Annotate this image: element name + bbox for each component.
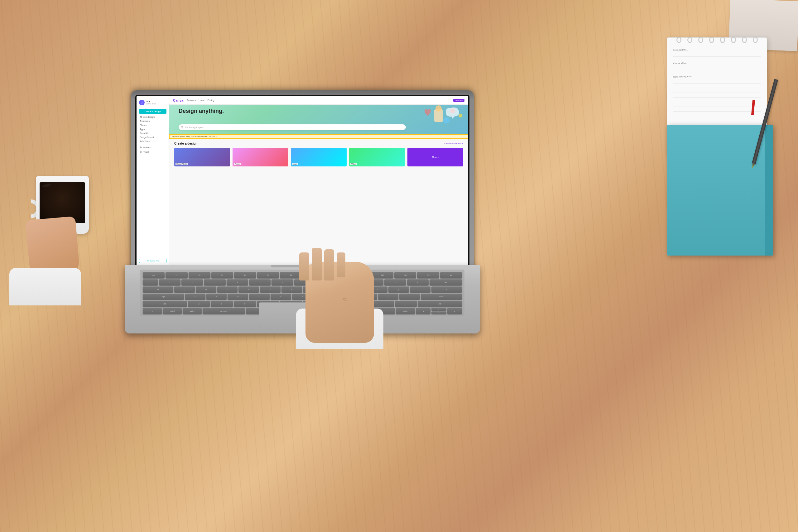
nav-trash[interactable]: Trash	[140, 150, 166, 154]
pro-cta-button[interactable]: Try Canva Pro	[139, 259, 167, 263]
key-f5[interactable]: F5	[257, 272, 279, 278]
line-5	[673, 93, 761, 93]
nav-design-school[interactable]: Design School	[136, 135, 169, 139]
key-option-left[interactable]: option	[183, 308, 202, 314]
user-info: Jira Canva Store	[146, 100, 156, 105]
template-video[interactable]: Video	[349, 148, 405, 167]
canva-hero: Design anything. Try 'Instagram post'	[169, 105, 468, 134]
key-delete[interactable]: del	[430, 279, 462, 285]
nav-team[interactable]: Jio's Team	[136, 139, 169, 144]
notebook-rings	[667, 37, 767, 43]
user-plan: Canva Store	[146, 103, 156, 105]
key-shift-right[interactable]: shift	[418, 301, 462, 307]
key-option-right[interactable]: option	[396, 308, 415, 314]
canva-topnav: Canva Features Learn Pricing Business	[169, 96, 468, 105]
nav-folders[interactable]: Folders	[140, 145, 166, 150]
key-control[interactable]: control	[163, 308, 182, 314]
topnav-learn[interactable]: Learn	[199, 99, 205, 101]
key-g[interactable]: G	[270, 293, 291, 300]
key-t[interactable]: T	[260, 286, 281, 293]
key-f[interactable]: F	[249, 293, 270, 300]
key-rbracket[interactable]: ]	[410, 286, 431, 293]
svg-line-1	[183, 128, 184, 128]
key-f1[interactable]: F1	[166, 272, 187, 278]
key-return[interactable]: return	[421, 293, 462, 300]
nav-brand-kit[interactable]: Brand Kit	[136, 131, 169, 135]
template-poster[interactable]: Poster	[232, 148, 288, 167]
topnav-features[interactable]: Features	[187, 99, 196, 101]
key-command-left[interactable]: command	[203, 308, 245, 314]
key-f3[interactable]: F3	[211, 272, 233, 278]
key-f2[interactable]: F2	[189, 272, 210, 278]
section-title: Create a design	[174, 142, 197, 145]
hand-with-cup	[10, 218, 81, 305]
key-a[interactable]: A	[185, 293, 205, 300]
hero-decorations	[403, 105, 465, 134]
folder-icon	[140, 146, 142, 149]
key-f11[interactable]: F11	[394, 272, 416, 278]
key-esc[interactable]: esc	[143, 272, 165, 278]
create-design-button[interactable]: Create a design	[139, 109, 167, 114]
line-10	[673, 116, 761, 116]
key-2[interactable]: 2	[182, 279, 203, 285]
nav-all-designs[interactable]: All your designs	[136, 115, 169, 119]
key-z[interactable]: Z	[188, 301, 210, 307]
key-backslash[interactable]: \	[432, 286, 462, 293]
svg-point-0	[182, 126, 183, 128]
key-s[interactable]: S	[206, 293, 227, 300]
key-slash[interactable]: /	[395, 301, 417, 307]
key-del[interactable]: del	[440, 272, 462, 278]
ring-3	[698, 37, 703, 43]
key-quote[interactable]: '	[399, 293, 420, 300]
line-9	[673, 111, 761, 112]
key-e[interactable]: E	[217, 286, 238, 293]
key-arrow-left[interactable]: ◄	[416, 308, 431, 314]
custom-dimensions-link[interactable]: Custom dimensions	[444, 142, 463, 145]
topnav-pricing[interactable]: Pricing	[208, 99, 214, 101]
key-tab[interactable]: tab	[143, 286, 174, 293]
key-f12[interactable]: F12	[417, 272, 439, 278]
ring-1	[677, 37, 681, 43]
template-more[interactable]: More ›	[407, 148, 463, 167]
topnav-links: Features Learn Pricing	[187, 99, 214, 101]
line-2	[673, 70, 761, 70]
key-equals[interactable]: =	[407, 279, 429, 285]
key-q[interactable]: Q	[174, 286, 195, 293]
nav-templates[interactable]: Templates	[136, 119, 169, 123]
line-7	[673, 102, 761, 102]
key-1[interactable]: 1	[159, 279, 180, 285]
line-8	[673, 107, 761, 107]
hero-search-bar[interactable]: Try 'Instagram post'	[178, 125, 406, 130]
nav-photos[interactable]: Photos	[136, 123, 169, 127]
topnav-business-button[interactable]: Business	[453, 99, 464, 102]
key-r[interactable]: R	[239, 286, 259, 293]
key-3[interactable]: 3	[204, 279, 225, 285]
key-4[interactable]: 4	[227, 279, 248, 285]
user-avatar: J	[139, 100, 145, 105]
template-logo[interactable]: Logo	[291, 148, 347, 167]
key-5[interactable]: 5	[249, 279, 270, 285]
key-w[interactable]: W	[196, 286, 216, 293]
trash-icon	[140, 151, 142, 153]
key-caps[interactable]: caps	[143, 293, 184, 300]
key-d[interactable]: D	[228, 293, 248, 300]
key-c[interactable]: C	[234, 301, 256, 307]
canva-sidebar: J Jira Canva Store Create a design All y…	[136, 96, 169, 267]
trash-label: Trash	[144, 151, 149, 153]
key-6[interactable]: 6	[271, 279, 293, 285]
key-arrow-right[interactable]: ►	[447, 308, 462, 314]
key-arrow-down[interactable]: ▼	[432, 311, 446, 314]
key-shift-left[interactable]: shift	[143, 301, 187, 307]
key-fn[interactable]: fn	[143, 308, 162, 314]
key-x[interactable]: X	[211, 301, 233, 307]
key-backtick[interactable]: `	[143, 279, 158, 285]
create-section: Create a design Custom dimensions Social…	[169, 139, 468, 168]
template-social-media[interactable]: Social Media	[174, 148, 230, 167]
hero-illustration	[403, 105, 465, 134]
nav-apps[interactable]: Apps	[136, 127, 169, 131]
key-f4[interactable]: F4	[234, 272, 256, 278]
template-social-label: Social Media	[175, 163, 188, 165]
finger-2	[312, 248, 322, 281]
finger-3	[324, 249, 334, 281]
key-arrow-up[interactable]: ▲	[432, 308, 446, 311]
